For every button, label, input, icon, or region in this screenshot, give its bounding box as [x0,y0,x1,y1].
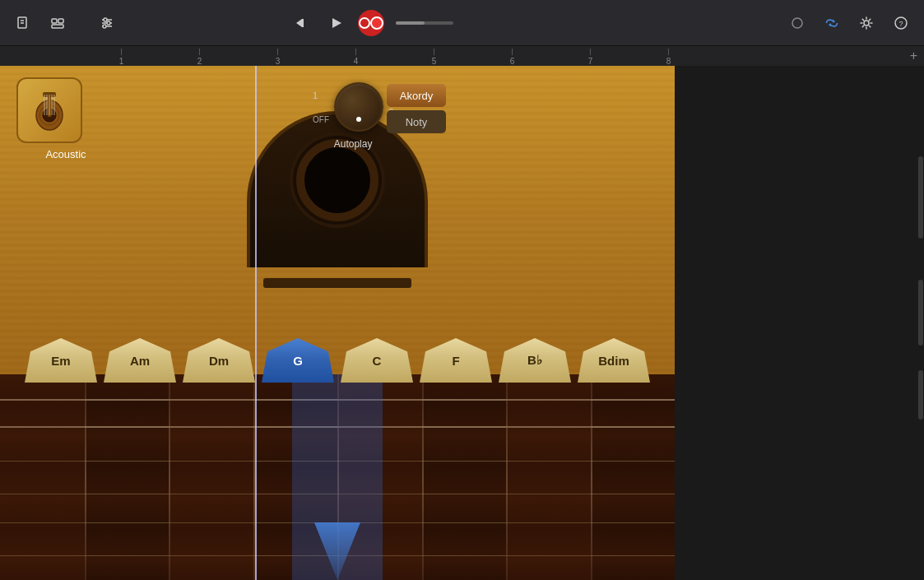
main-area: Acoustic 1 OFF [0,66,924,580]
ruler-mark-5: 5 [395,49,473,66]
svg-rect-5 [52,25,63,28]
svg-point-15 [792,18,802,28]
chord-button-Bdim[interactable]: Bdim [578,338,650,383]
metronome-button[interactable] [784,12,810,35]
ruler-mark-8: 8 [629,49,708,66]
scroll-thumb-3[interactable] [918,370,923,420]
toolbar-left [10,12,71,35]
toolbar-transport [289,10,453,36]
volume-slider[interactable] [396,21,453,25]
svg-marker-14 [332,18,341,28]
notes-mode-button[interactable]: Noty [387,110,446,133]
svg-marker-12 [296,19,302,27]
play-button[interactable] [323,12,350,35]
scroll-thumb[interactable] [918,156,923,239]
right-panel [675,66,924,580]
fret-region-2 [169,374,253,580]
help-button[interactable]: ? [888,12,914,35]
scrollbar[interactable] [917,132,924,580]
ruler-marks: 12345678 [82,46,924,66]
track-type-button[interactable] [44,12,71,35]
chord-button-Bb[interactable]: B♭ [499,338,571,383]
autoplay-knob[interactable] [334,82,383,132]
new-document-button[interactable] [10,12,36,35]
fret-region-0 [0,374,85,580]
ruler-mark-7: 7 [551,49,629,66]
svg-text:?: ? [899,20,903,28]
timeline-cursor [255,66,257,580]
svg-point-10 [107,21,110,25]
chord-button-C[interactable]: C [341,338,413,383]
chord-button-Em[interactable]: Em [25,338,97,383]
fretboard[interactable] [0,374,675,580]
scroll-thumb-2[interactable] [918,280,923,346]
ruler-mark-2: 2 [160,49,239,66]
chords-row: EmAmDmGCFB♭Bdim [0,325,675,383]
chord-button-G[interactable]: G [262,338,334,383]
autoplay-panel: 1 OFF 2 3 4 Autoplay [313,82,393,150]
fretboard-area: EmAmDmGCFB♭Bdim [0,325,675,580]
fret-region-6 [506,374,591,580]
autoplay-title: Autoplay [334,138,373,150]
chord-button-F[interactable]: F [420,338,492,383]
ruler-mark-6: 6 [473,49,551,66]
ruler-mark-1: 1 [82,49,160,66]
knob-dot [356,117,361,122]
guitar-icon [25,86,74,135]
instrument-icon-box[interactable] [16,77,82,143]
mixer-button[interactable] [94,12,120,35]
knob-labels-left: 1 OFF [313,90,329,124]
instrument-name: Acoustic [16,148,115,160]
chords-mode-button[interactable]: Akordy [387,84,446,107]
rewind-button[interactable] [289,12,315,35]
knob-label-1: 1 [313,90,329,100]
svg-rect-3 [52,19,57,23]
svg-point-16 [864,21,869,26]
fret-region-5 [422,374,507,580]
svg-rect-13 [302,19,304,27]
ruler-mark-3: 3 [239,49,317,66]
toolbar: ? [0,0,924,46]
mode-buttons: Akordy Noty [387,84,446,133]
knob-label-off: OFF [313,115,329,124]
add-track-button[interactable]: + [910,49,917,63]
toolbar-right: ? [784,12,914,35]
fret-region-7 [591,374,676,580]
settings-button[interactable] [853,12,880,35]
ruler-mark-4: 4 [317,49,395,66]
volume-fill [396,21,425,25]
svg-point-11 [103,25,106,28]
fret-region-1 [85,374,169,580]
chord-button-Dm[interactable]: Dm [183,338,255,383]
svg-point-9 [104,18,107,21]
instrument-panel: Acoustic 1 OFF [0,66,675,580]
chord-button-Am[interactable]: Am [104,338,176,383]
app-container: ? 12345678 + [0,0,924,580]
autoplay-knob-area: 1 OFF 2 3 4 [313,82,393,132]
record-button[interactable] [358,10,384,36]
svg-rect-4 [58,19,63,23]
loop-button[interactable] [819,12,845,35]
ruler: 12345678 + [0,46,924,66]
instrument-selector[interactable]: Acoustic [16,77,115,160]
